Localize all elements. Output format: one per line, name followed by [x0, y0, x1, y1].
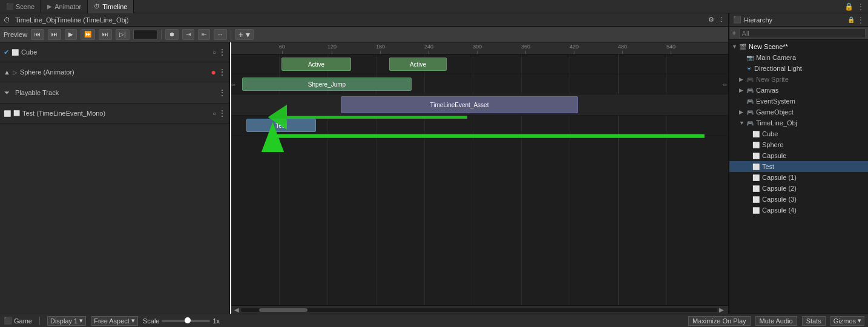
track-cube-content: Active Active [230, 54, 728, 74]
tab-timeline[interactable]: ⏱ Timeline [88, 0, 134, 13]
timeline-header: ⏱ TimeLine_ObjTimeline (TimeLine_Obj) ⚙ … [0, 13, 728, 27]
tracks-area: 60 120 180 240 300 360 420 480 540 [230, 42, 728, 314]
hier-icon-capsule: ⬜ [752, 153, 760, 159]
track-playable-icon: ⏷ [4, 89, 10, 96]
scroll-right-arrow[interactable]: ▶ [717, 306, 726, 313]
slider-thumb[interactable] [185, 317, 191, 323]
hier-item-gameobject[interactable]: ▶ 🎮 GameObject [729, 107, 868, 117]
track-sphere-more[interactable]: ⋮ [219, 68, 226, 76]
track-test-more[interactable]: ⋮ [219, 109, 226, 117]
hier-item-sphere[interactable]: ⬜ Sphere [729, 139, 868, 150]
ruler-tick-540: 540 [666, 44, 676, 54]
hierarchy-header: ⬛ Hierarchy 🔒 ⋮ [729, 13, 868, 27]
hier-item-capsule-1[interactable]: ⬜ Capsule (1) [729, 172, 868, 183]
clip-test[interactable]: Test [246, 119, 316, 132]
hier-icon-capsule-2: ⬜ [752, 185, 760, 192]
hier-name-capsule-2: Capsule (2) [762, 185, 797, 192]
timeline-settings-icon[interactable]: ⚙ [708, 16, 714, 24]
track-playable-content: TimeLineEvent_Asset [230, 94, 728, 116]
add-track-btn[interactable]: + ▾ [235, 29, 254, 40]
ruler-marks: 60 120 180 240 300 360 420 480 540 [230, 42, 728, 54]
track-test-name: Test (TimeLineEvent_Mono) [22, 110, 210, 117]
scrollbar-track[interactable] [241, 308, 717, 312]
track-cube-obj-icon: ⬜ [12, 49, 19, 56]
display-dropdown[interactable]: Display 1 ▾ [47, 316, 86, 326]
hierarchy-more-icon[interactable]: ⋮ [857, 16, 864, 24]
hier-name-canvas: Canvas [756, 87, 778, 94]
hier-name-new-sprite: New Sprite [756, 76, 789, 83]
play-btn[interactable]: ▶ [65, 29, 77, 40]
clip-sphere-jump[interactable]: Shpere_Jump [242, 78, 412, 91]
hier-item-dir-light[interactable]: ☀ Directional Light [729, 63, 868, 74]
clip-cube-active-1[interactable]: Active [281, 58, 351, 71]
timeline-more-icon[interactable]: ⋮ [718, 16, 725, 24]
hier-icon-new-sprite: 🎮 [746, 76, 754, 83]
hier-item-main-camera[interactable]: 📷 Main Camera [729, 52, 868, 63]
hier-item-capsule-4[interactable]: ⬜ Capsule (4) [729, 205, 868, 216]
track-test: ⬜ ⬜ Test (TimeLineEvent_Mono) ○ ⋮ [0, 104, 229, 124]
record-btn[interactable]: ⏺ [165, 29, 179, 40]
hier-item-capsule-2[interactable]: ⬜ Capsule (2) [729, 183, 868, 194]
maximize-on-play-btn[interactable]: Maximize On Play [688, 316, 751, 326]
playhead[interactable] [230, 42, 231, 314]
track-sphere-icon: ▲ [4, 68, 10, 76]
main-area: ⏱ TimeLine_ObjTimeline (TimeLine_Obj) ⚙ … [0, 13, 868, 314]
scale-label: Scale [143, 317, 160, 325]
hier-item-new-scene[interactable]: ▼ 🎬 New Scene* [729, 41, 868, 52]
hierarchy-search[interactable] [739, 28, 866, 38]
track-sphere-name: Sphere (Animator) [20, 68, 209, 76]
hier-item-capsule[interactable]: ⬜ Capsule [729, 150, 868, 161]
gizmos-dropdown[interactable]: Gizmos ▾ [830, 316, 864, 326]
scroll-left-arrow[interactable]: ◀ [232, 306, 241, 313]
aspect-dropdown[interactable]: Free Aspect ▾ [91, 316, 138, 326]
timecode-input[interactable]: 0 [133, 30, 157, 39]
scrollbar-thumb[interactable] [259, 308, 307, 312]
prev-frame-btn[interactable]: ⏭ [48, 29, 61, 40]
clip-out-btn[interactable]: ⇤ [198, 29, 210, 40]
play-range-btn[interactable]: ▷| [116, 29, 130, 40]
track-sphere-record[interactable]: ● [211, 67, 216, 77]
timeline-header-right: ⚙ ⋮ [708, 16, 725, 24]
track-test-circle[interactable]: ○ [212, 110, 216, 117]
hier-item-canvas[interactable]: ▶ 🎮 Canvas [729, 85, 868, 96]
hier-item-new-sprite[interactable]: ▶ 🎮 New Sprite [729, 74, 868, 85]
tab-scene[interactable]: ⬛ Scene [0, 0, 41, 13]
game-tab[interactable]: ⬛ Game [4, 317, 32, 325]
go-to-end-btn[interactable]: ⏭ [99, 29, 112, 40]
toolbar-separator [161, 30, 162, 39]
hier-item-test[interactable]: ⬜ Test [729, 161, 868, 172]
aspect-label: Free Aspect [94, 317, 130, 325]
hier-item-capsule-3[interactable]: ⬜ Capsule (3) [729, 194, 868, 205]
hier-name-timeline-obj: TimeLine_Obj [756, 119, 797, 127]
next-frame-btn[interactable]: ⏩ [81, 29, 95, 40]
hier-icon-capsule-3: ⬜ [752, 196, 760, 203]
clip-in-btn[interactable]: ⇥ [182, 29, 194, 40]
track-sphere: ▲ ▷ Sphere (Animator) ● ⋮ [0, 62, 229, 82]
track-cube: ✔ ⬜ Cube ○ ⋮ [0, 42, 229, 62]
hier-item-eventsystem[interactable]: 🎮 EventSystem [729, 96, 868, 107]
scale-slider: Scale 1x [143, 317, 220, 325]
hierarchy-add-btn[interactable]: + [732, 28, 737, 38]
bottom-right: Maximize On Play Mute Audio Stats Gizmos… [688, 316, 864, 326]
hier-icon-new-scene: 🎬 [739, 44, 746, 50]
hier-item-cube[interactable]: ⬜ Cube [729, 128, 868, 139]
go-to-start-btn[interactable]: ⏮ [31, 29, 44, 40]
track-playable-more[interactable]: ⋮ [219, 88, 226, 97]
display-label: Display 1 [50, 317, 77, 325]
hier-arrow-new-sprite: ▶ [739, 76, 745, 82]
hier-icon-eventsystem: 🎮 [746, 98, 754, 105]
track-cube-more[interactable]: ⋮ [219, 48, 226, 56]
slider-track[interactable] [162, 320, 210, 322]
mute-audio-btn[interactable]: Mute Audio [755, 316, 797, 326]
track-cube-circle[interactable]: ○ [212, 49, 216, 56]
clip-timeline-event[interactable]: TimeLineEvent_Asset [341, 96, 578, 113]
hier-icon-test: ⬜ [752, 164, 760, 170]
hier-item-timeline-obj[interactable]: ▼ 🎮 TimeLine_Obj [729, 117, 868, 128]
hier-name-eventsystem: EventSystem [756, 97, 795, 105]
clip-cube-active-2[interactable]: Active [389, 58, 447, 71]
match-clip-btn[interactable]: ↔ [214, 29, 227, 40]
inf-right: ∞ [723, 82, 727, 88]
top-tab-bar: ⬛ Scene ▶ Animator ⏱ Timeline 🔒 ⋮ [0, 0, 868, 13]
stats-btn[interactable]: Stats [802, 316, 826, 326]
tab-animator[interactable]: ▶ Animator [41, 0, 88, 13]
